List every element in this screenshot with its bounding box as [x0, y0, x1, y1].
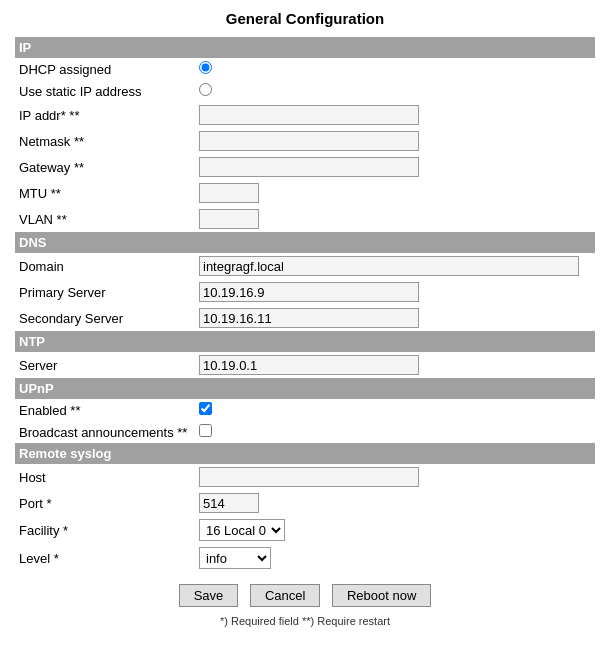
reboot-button[interactable]: Reboot now: [332, 584, 431, 607]
dhcp-label: DHCP assigned: [15, 58, 195, 80]
domain-input[interactable]: [199, 256, 579, 276]
section-ip: IP: [15, 37, 595, 58]
ntp-server-label: Server: [15, 352, 195, 378]
syslog-level-select[interactable]: info debug warning error: [199, 547, 271, 569]
secondary-server-input[interactable]: [199, 308, 419, 328]
syslog-facility-label: Facility *: [15, 516, 195, 544]
upnp-enabled-label: Enabled **: [15, 399, 195, 421]
syslog-port-input[interactable]: [199, 493, 259, 513]
broadcast-label: Broadcast announcements **: [15, 421, 195, 443]
cancel-button[interactable]: Cancel: [250, 584, 320, 607]
vlan-label: VLAN **: [15, 206, 195, 232]
syslog-facility-select[interactable]: 16 Local 0 16 Local 1 16 Local 2: [199, 519, 285, 541]
netmask-input[interactable]: [199, 131, 419, 151]
dhcp-radio[interactable]: [199, 61, 212, 74]
ipaddr-label: IP addr* **: [15, 102, 195, 128]
section-upnp: UPnP: [15, 378, 595, 399]
broadcast-checkbox[interactable]: [199, 424, 212, 437]
gateway-input[interactable]: [199, 157, 419, 177]
syslog-port-label: Port *: [15, 490, 195, 516]
save-button[interactable]: Save: [179, 584, 239, 607]
secondary-server-label: Secondary Server: [15, 305, 195, 331]
netmask-label: Netmask **: [15, 128, 195, 154]
page-title: General Configuration: [15, 10, 595, 27]
domain-label: Domain: [15, 253, 195, 279]
section-remote-syslog: Remote syslog: [15, 443, 595, 464]
static-radio[interactable]: [199, 83, 212, 96]
primary-server-label: Primary Server: [15, 279, 195, 305]
ipaddr-input[interactable]: [199, 105, 419, 125]
section-ntp: NTP: [15, 331, 595, 352]
static-label: Use static IP address: [15, 80, 195, 102]
ntp-server-input[interactable]: [199, 355, 419, 375]
section-dns: DNS: [15, 232, 595, 253]
syslog-host-label: Host: [15, 464, 195, 490]
footnote: *) Required field **) Require restart: [15, 615, 595, 627]
vlan-input[interactable]: [199, 209, 259, 229]
primary-server-input[interactable]: [199, 282, 419, 302]
gateway-label: Gateway **: [15, 154, 195, 180]
syslog-level-label: Level *: [15, 544, 195, 572]
upnp-enabled-checkbox[interactable]: [199, 402, 212, 415]
mtu-input[interactable]: [199, 183, 259, 203]
syslog-host-input[interactable]: [199, 467, 419, 487]
mtu-label: MTU **: [15, 180, 195, 206]
